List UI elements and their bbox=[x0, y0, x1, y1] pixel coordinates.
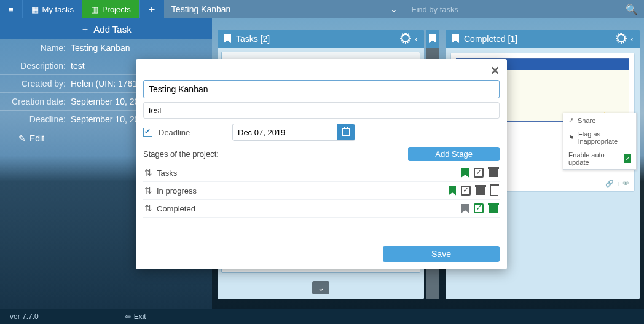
version-label: ver 7.7.0 bbox=[10, 312, 39, 321]
save-button[interactable]: Save bbox=[383, 246, 500, 262]
drag-handle-icon[interactable]: ⇅ bbox=[144, 185, 151, 196]
check-icon[interactable] bbox=[474, 168, 484, 178]
drag-handle-icon[interactable]: ⇅ bbox=[144, 167, 151, 178]
project-selector[interactable]: Testing Kanban ⌄ bbox=[164, 0, 406, 18]
add-stage-button[interactable]: Add Stage bbox=[408, 147, 500, 161]
chevron-down-icon: ⌄ bbox=[390, 4, 398, 14]
tasks-header-label: Tasks [2] bbox=[236, 34, 270, 44]
archive-icon[interactable] bbox=[476, 187, 485, 195]
search-icon[interactable]: 🔍 bbox=[626, 4, 638, 15]
description-label: Description: bbox=[6, 61, 71, 71]
ctx-share[interactable]: ↗Share bbox=[564, 113, 636, 127]
stage-name[interactable]: Tasks bbox=[157, 168, 177, 178]
share-icon: ↗ bbox=[568, 116, 574, 124]
search-box: 🔍 bbox=[405, 0, 644, 18]
column-collapse-button[interactable]: ‹ bbox=[415, 34, 418, 44]
project-selected-label: Testing Kanban bbox=[171, 4, 231, 14]
gear-icon bbox=[617, 34, 626, 42]
project-description-input[interactable] bbox=[143, 102, 500, 119]
stages-header: Stages of the project: Add Stage bbox=[143, 147, 500, 164]
deadline-date-picker bbox=[232, 124, 355, 141]
bookmark-icon[interactable] bbox=[461, 168, 469, 178]
projects-icon: ▥ bbox=[91, 5, 98, 14]
edit-project-modal: ✕ Deadline Stages of the project: Add St… bbox=[136, 59, 507, 269]
deadline-row: Deadline bbox=[143, 124, 500, 141]
archive-icon[interactable] bbox=[489, 169, 498, 177]
stage-row-tasks: ⇅ Tasks bbox=[143, 164, 500, 182]
deadline-date-input[interactable] bbox=[233, 125, 337, 140]
my-tasks-button[interactable]: ▦ My tasks bbox=[22, 0, 82, 18]
edit-label: Edit bbox=[29, 133, 44, 143]
ctx-share-label: Share bbox=[578, 117, 595, 124]
check-icon: ✓ bbox=[624, 154, 631, 163]
stage-row-completed: ⇅ Completed bbox=[143, 200, 500, 218]
info-icon[interactable]: i bbox=[618, 180, 619, 188]
drag-handle-icon[interactable]: ⇅ bbox=[144, 203, 151, 214]
column-header-collapsed[interactable] bbox=[426, 30, 439, 48]
check-icon[interactable] bbox=[461, 186, 471, 196]
footer: ver 7.7.0 ⇦ Exit bbox=[0, 309, 644, 324]
stages-label: Stages of the project: bbox=[143, 149, 219, 159]
deadline-label: Deadline: bbox=[6, 114, 71, 124]
column-settings-button[interactable] bbox=[401, 34, 410, 44]
calendar-icon bbox=[342, 128, 350, 136]
bookmark-icon[interactable] bbox=[449, 186, 456, 196]
plus-icon: ＋ bbox=[80, 23, 90, 35]
ctx-flag-label: Flag as inappropriate bbox=[578, 130, 631, 145]
search-input[interactable] bbox=[411, 5, 626, 14]
add-button[interactable]: ＋ bbox=[139, 0, 164, 18]
bookmark-icon bbox=[224, 34, 231, 43]
deadline-checkbox[interactable] bbox=[143, 128, 152, 137]
card-context-menu: ↗Share ⚑Flag as inappropriate Enable aut… bbox=[563, 113, 637, 170]
projects-label: Projects bbox=[102, 5, 131, 14]
flag-icon: ⚑ bbox=[568, 134, 575, 142]
add-task-button[interactable]: ＋ Add Task bbox=[0, 18, 212, 39]
pencil-icon: ✎ bbox=[18, 133, 26, 143]
projects-button[interactable]: ▥ Projects bbox=[82, 0, 139, 18]
project-title-input[interactable] bbox=[143, 80, 500, 98]
column-collapse-button[interactable]: ‹ bbox=[630, 34, 634, 44]
ctx-flag[interactable]: ⚑Flag as inappropriate bbox=[564, 127, 636, 148]
deadline-label: Deadline bbox=[159, 128, 226, 137]
name-value: Testing Kanban bbox=[71, 43, 206, 53]
bookmark-icon[interactable] bbox=[461, 204, 469, 213]
bookmark-icon bbox=[452, 34, 459, 43]
archive-icon[interactable] bbox=[489, 205, 498, 213]
gear-icon bbox=[401, 34, 410, 42]
menu-icon: ≡ bbox=[9, 5, 14, 14]
stage-name[interactable]: In progress bbox=[157, 186, 197, 196]
completed-header-label: Completed [1] bbox=[464, 34, 517, 44]
creation-date-label: Creation date: bbox=[6, 97, 71, 106]
trash-icon[interactable] bbox=[490, 186, 498, 196]
plus-icon: ＋ bbox=[147, 3, 157, 16]
exit-label: Exit bbox=[134, 312, 146, 321]
column-header-tasks: Tasks [2] ‹ bbox=[218, 30, 424, 48]
close-button[interactable]: ✕ bbox=[490, 64, 500, 77]
exit-icon: ⇦ bbox=[125, 312, 131, 321]
topbar: ≡ ▦ My tasks ▥ Projects ＋ Testing Kanban… bbox=[0, 0, 644, 18]
eye-icon[interactable]: 👁 bbox=[622, 180, 629, 188]
column-settings-button[interactable] bbox=[617, 34, 626, 44]
column-header-completed: Completed [1] ‹ bbox=[446, 30, 640, 48]
name-label: Name: bbox=[6, 43, 71, 53]
my-tasks-label: My tasks bbox=[42, 5, 74, 14]
ctx-auto-label: Enable auto update bbox=[568, 151, 620, 166]
calendar-button[interactable] bbox=[337, 124, 355, 140]
menu-button[interactable]: ≡ bbox=[0, 0, 22, 18]
ctx-auto-update[interactable]: Enable auto update✓ bbox=[564, 148, 636, 169]
created-by-label: Created by: bbox=[6, 79, 71, 89]
column-expand-down-button[interactable]: ⌄ bbox=[312, 281, 329, 294]
meta-name: Name: Testing Kanban bbox=[0, 39, 212, 57]
check-icon[interactable] bbox=[474, 203, 484, 213]
bookmark-icon bbox=[429, 34, 436, 43]
grid-icon: ▦ bbox=[31, 5, 39, 14]
stage-name[interactable]: Completed bbox=[157, 204, 195, 213]
add-task-label: Add Task bbox=[93, 24, 131, 34]
exit-button[interactable]: ⇦ Exit bbox=[125, 312, 146, 321]
link-icon[interactable]: 🔗 bbox=[605, 180, 614, 188]
stage-row-in-progress: ⇅ In progress bbox=[143, 182, 500, 200]
